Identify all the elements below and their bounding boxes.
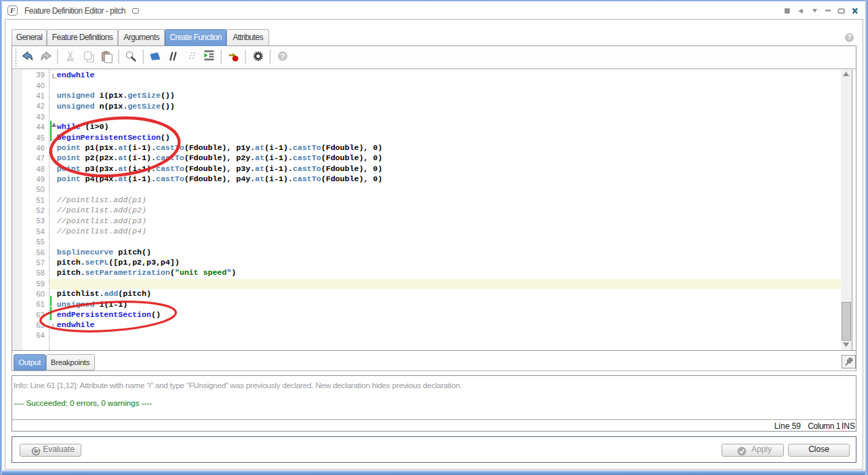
svg-text:?: ?: [280, 52, 285, 60]
